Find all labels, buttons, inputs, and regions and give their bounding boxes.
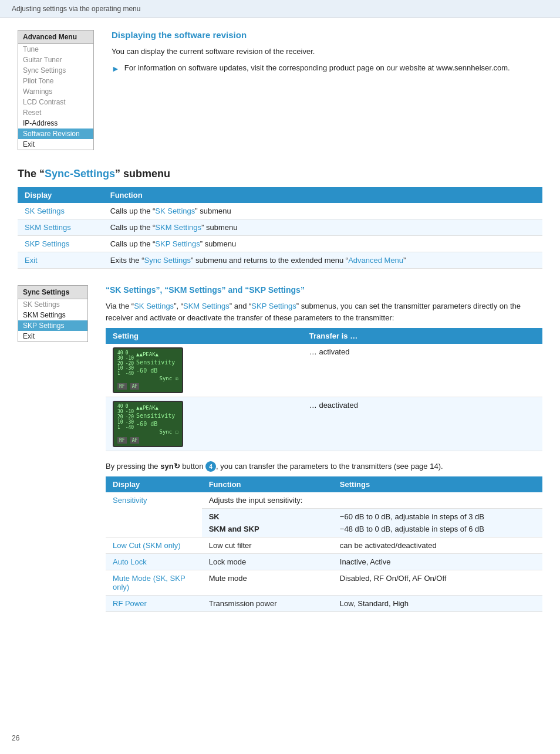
table-row-activated: 40 30 20 10 1 0 -10 (106, 344, 542, 397)
display-skm-settings: SKM Settings (25, 223, 71, 232)
menu-item-tune: Tune (18, 44, 93, 55)
table-row: SK Settings Calls up the “SK Settings” s… (18, 203, 542, 219)
settings-rf-power: Low, Standard, High (333, 596, 542, 612)
col-display: Display (106, 476, 202, 492)
menu-item-lcd-contrast: LCD Contrast (18, 97, 93, 107)
software-revision-title: Displaying the software revision (112, 30, 542, 40)
table-row-rf-power: RF Power Transmission power Low, Standar… (106, 596, 542, 612)
sync-button-text: By pressing the syn↻ button 4, you can t… (106, 461, 542, 472)
setting-cell-activated: 40 30 20 10 1 0 -10 (106, 344, 302, 397)
display-rf-power: RF Power (113, 599, 147, 608)
display-function-settings-table: Display Function Settings Sensitivity Ad… (106, 476, 542, 612)
col-function: Function (103, 187, 542, 203)
setting-cell-deactivated: 40 30 20 10 1 0 -10 (106, 397, 302, 451)
sync-submenu-heading: The “Sync-Settings” submenu (18, 168, 542, 180)
sync-submenu-table: Display Function SK Settings Calls up th… (18, 187, 542, 269)
transfer-col-setting: Setting (106, 328, 302, 344)
heading-prefix: The “ (18, 168, 45, 180)
settings-auto-lock: Inactive, Active (333, 554, 542, 570)
function-skm-settings: Calls up the “SKM Settings” submenu (103, 219, 542, 236)
function-exit: Exits the “Sync Settings” submenu and re… (103, 252, 542, 269)
table-row: Exit Exits the “Sync Settings” submenu a… (18, 252, 542, 269)
menu-item-software-revision: Software Revision (18, 129, 93, 139)
menu-item-ip-address: IP-Address (18, 118, 93, 129)
menu-item-guitar-tuner: Guitar Tuner (18, 55, 93, 65)
function-auto-lock: Lock mode (202, 554, 333, 570)
settings-low-cut: can be activated/deactivated (333, 537, 542, 554)
settings-mute-mode: Disabled, RF On/Off, AF On/Off (333, 570, 542, 596)
header-text: Adjusting settings via the operating men… (12, 5, 140, 13)
display-auto-lock: Auto Lock (113, 557, 147, 566)
transfer-activated-label: … activated (302, 344, 542, 397)
function-skp-settings: Calls up the “SKP Settings” submenu (103, 236, 542, 252)
sync-settings-menu-box: Sync Settings SK Settings SKM Settings S… (18, 285, 88, 342)
sync-submenu-section: The “Sync-Settings” submenu Display Func… (18, 168, 542, 269)
page-header: Adjusting settings via the operating men… (0, 0, 560, 18)
software-revision-section: Displaying the software revision You can… (112, 30, 542, 150)
display-mute-mode: Mute Mode (SK, SKP only) (113, 574, 185, 591)
heading-suffix: ” submenu (115, 168, 170, 180)
advanced-menu-title: Advanced Menu (18, 31, 93, 44)
transfer-col-transfer: Transfer is … (302, 328, 542, 344)
col-display: Display (18, 187, 103, 203)
sync-settings-menu-title: Sync Settings (18, 286, 87, 299)
settings-sensitivity-sk (333, 492, 542, 509)
page-number: 26 (12, 734, 19, 742)
software-revision-arrow-text: For information on software updates, vis… (124, 62, 510, 74)
sk-content: “SK Settings”, “SKM Settings” and “SKP S… (106, 285, 542, 621)
function-low-cut: Low cut filter (202, 537, 333, 554)
table-row-sensitivity: Sensitivity Adjusts the input sensitivit… (106, 492, 542, 509)
sk-section-title: “SK Settings”, “SKM Settings” and “SKP S… (106, 285, 542, 295)
menu-item-sync-settings: Sync Settings (18, 65, 93, 76)
transfer-deactivated-label: … deactivated (302, 397, 542, 451)
function-sensitivity-sub: SK SKM and SKP (202, 509, 333, 537)
sk-menu-item-exit: Exit (18, 331, 87, 342)
table-row: SKP Settings Calls up the “SKP Settings”… (18, 236, 542, 252)
table-row-mute-mode: Mute Mode (SK, SKP only) Mute mode Disab… (106, 570, 542, 596)
function-sensitivity: Adjusts the input sensitivity: (202, 492, 333, 509)
display-sensitivity: Sensitivity (113, 496, 147, 505)
function-mute-mode: Mute mode (202, 570, 333, 596)
lcd-display-deactivated: 40 30 20 10 1 0 -10 (113, 401, 183, 447)
menu-item-reset: Reset (18, 107, 93, 118)
transfer-table: Setting Transfer is … 40 (106, 328, 542, 451)
table-row-auto-lock: Auto Lock Lock mode Inactive, Active (106, 554, 542, 570)
lcd-display-activated: 40 30 20 10 1 0 -10 (113, 347, 183, 393)
sk-menu-item-skm: SKM Settings (18, 310, 87, 320)
sk-menu-item-sk: SK Settings (18, 299, 87, 310)
col-function: Function (202, 476, 333, 492)
top-section: Advanced Menu Tune Guitar Tuner Sync Set… (18, 30, 542, 150)
sk-body-text: Via the “SK Settings”, “SKM Settings” an… (106, 300, 542, 323)
function-sk-settings: Calls up the “SK Settings” submenu (103, 203, 542, 219)
display-skp-settings: SKP Settings (25, 239, 69, 248)
function-rf-power: Transmission power (202, 596, 333, 612)
sk-menu-item-skp: SKP Settings (18, 320, 87, 331)
menu-item-pilot-tone: Pilot Tone (18, 76, 93, 86)
advanced-menu-box: Advanced Menu Tune Guitar Tuner Sync Set… (18, 30, 94, 150)
display-exit: Exit (25, 256, 38, 265)
display-sk-settings: SK Settings (25, 207, 65, 215)
table-row-low-cut: Low Cut (SKM only) Low cut filter can be… (106, 537, 542, 554)
settings-sensitivity-values: −60 dB to 0 dB, adjustable in steps of 3… (333, 509, 542, 537)
table-row-deactivated: 40 30 20 10 1 0 -10 (106, 397, 542, 451)
software-revision-arrow-item: ► For information on software updates, v… (112, 62, 542, 75)
sk-section: Sync Settings SK Settings SKM Settings S… (18, 285, 542, 621)
arrow-icon: ► (112, 63, 120, 75)
menu-item-warnings: Warnings (18, 86, 93, 97)
heading-cyan: Sync-Settings (45, 168, 115, 180)
table-row: SKM Settings Calls up the “SKM Settings”… (18, 219, 542, 236)
menu-item-exit: Exit (18, 139, 93, 150)
software-revision-body: You can display the current software rev… (112, 46, 542, 58)
col-settings: Settings (333, 476, 542, 492)
display-low-cut: Low Cut (SKM only) (113, 541, 181, 550)
